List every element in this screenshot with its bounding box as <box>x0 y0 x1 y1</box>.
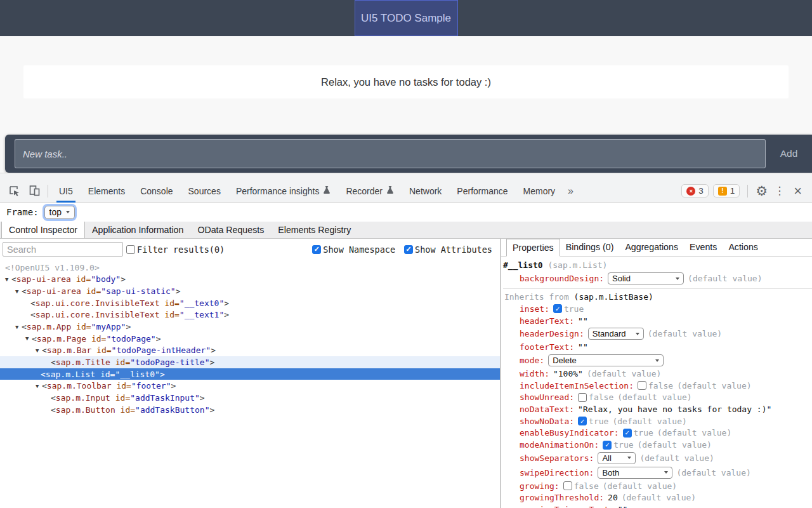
expand-arrow-icon[interactable]: ▼ <box>5 276 11 283</box>
properties-tab-properties[interactable]: Properties <box>506 239 560 257</box>
tag-close: > <box>160 370 165 379</box>
property-row-footerText: footerText:"" <box>503 341 812 353</box>
app-title-highlight: UI5 TODO Sample <box>355 0 458 36</box>
tag-name: sap-ui-area <box>27 286 81 296</box>
property-checkbox-showUnread[interactable] <box>578 393 587 402</box>
property-checkbox-enableBusyIndicator[interactable]: ✓ <box>623 429 632 438</box>
tree-node-footer[interactable]: ▼<sap.m.Toolbar id="footer"> <box>0 380 500 392</box>
warning-badge[interactable]: ! 1 <box>713 184 740 197</box>
property-name: showNoData: <box>520 417 574 426</box>
tree-node-addTaskInput[interactable]: <sap.m.Input id="addTaskInput"> <box>0 392 500 404</box>
property-select-swipeDirection[interactable]: Both <box>598 467 672 479</box>
tag-space <box>110 358 115 367</box>
tree-node-todoPage-intHeader[interactable]: ▼<sap.m.Bar id="todoPage-intHeader"> <box>0 344 500 356</box>
property-select-mode[interactable]: Delete <box>548 354 664 366</box>
search-input[interactable] <box>3 242 123 257</box>
devtools-tab-elements[interactable]: Elements <box>81 180 133 203</box>
tree-node-body[interactable]: ▼<sap-ui-area id="body"> <box>0 274 500 286</box>
property-value: 20 <box>608 493 618 502</box>
property-name: backgroundDesign: <box>520 274 604 283</box>
no-data-text: Relax, you have no tasks for today :) <box>321 76 491 88</box>
inspector-subtabs: Control InspectorApplication Information… <box>0 222 812 239</box>
tree-node-sap-ui-static[interactable]: ▼<sap-ui-area id="sap-ui-static"> <box>0 285 500 297</box>
devtools-tab-label: Elements <box>88 180 125 202</box>
property-select-value: All <box>602 453 611 463</box>
property-row-width: width:"100%"(default value) <box>503 368 812 380</box>
devtools-tab-memory[interactable]: Memory <box>516 180 563 203</box>
expand-arrow-icon[interactable]: ▼ <box>15 288 22 295</box>
expand-arrow-icon[interactable]: ▼ <box>36 347 42 354</box>
default-value-note: (default value) <box>603 481 677 491</box>
expand-arrow-icon[interactable]: ▼ <box>15 324 22 330</box>
default-value-note: (default value) <box>638 440 712 450</box>
properties-tab-events[interactable]: Events <box>684 239 723 256</box>
tree-node-__text1[interactable]: <sap.ui.core.InvisibleText id="__text1"> <box>0 309 500 321</box>
tag-open: < <box>42 381 47 391</box>
tag-close: > <box>209 358 214 367</box>
devtools-tab-ui5[interactable]: UI5 <box>51 180 81 203</box>
new-task-input[interactable] <box>15 139 766 168</box>
devtools-tab-console[interactable]: Console <box>133 180 180 203</box>
expand-arrow-icon[interactable]: ▼ <box>36 383 42 389</box>
frame-select-dropdown[interactable]: top <box>44 206 75 219</box>
property-checkbox-showNoData[interactable]: ✓ <box>578 417 587 425</box>
filter-results-checkbox[interactable] <box>126 245 135 254</box>
inherits-from-header: Inherits from (sap.m.ListBase) <box>503 291 812 303</box>
tree-node-__list0[interactable]: <sap.m.List id="__list0"> <box>0 368 500 380</box>
kebab-menu-icon[interactable]: ⋮ <box>772 184 787 197</box>
settings-gear-icon[interactable]: ⚙ <box>756 184 768 197</box>
property-select-headerDesign[interactable]: Standard <box>588 328 644 340</box>
error-badge[interactable]: × 3 <box>681 184 709 197</box>
tag-space <box>95 370 100 379</box>
property-checkbox-inset[interactable]: ✓ <box>553 304 562 313</box>
properties-tab-bindings-0-[interactable]: Bindings (0) <box>560 239 620 256</box>
tree-version-comment: <!OpenUI5 v1.109.0> <box>0 262 500 274</box>
property-select-showSeparators[interactable]: All <box>598 452 636 464</box>
attr-name: id= <box>164 310 179 319</box>
attr-name: id= <box>116 381 131 391</box>
devtools-tab-performance[interactable]: Performance <box>449 180 515 203</box>
device-toolbar-icon[interactable] <box>24 182 44 201</box>
show-attributes-checkbox[interactable]: ✓ <box>404 245 413 254</box>
more-tabs-chevron[interactable]: » <box>563 185 579 197</box>
property-bool-value: false <box>574 481 599 491</box>
subtab-application-information[interactable]: Application Information <box>85 222 190 238</box>
expand-arrow-icon[interactable]: ▼ <box>25 335 32 342</box>
tree-node-todoPage[interactable]: ▼<sap.m.Page id="todoPage"> <box>0 333 500 345</box>
subtab-odata-requests[interactable]: OData Requests <box>190 222 271 238</box>
devtools-tab-network[interactable]: Network <box>402 180 449 203</box>
tag-open: < <box>22 286 27 296</box>
tree-node-__text0[interactable]: <sap.ui.core.InvisibleText id="__text0"> <box>0 297 500 309</box>
inspect-element-icon[interactable] <box>4 182 24 201</box>
property-checkbox-growing[interactable] <box>563 481 572 490</box>
tree-node-addTaskButton[interactable]: <sap.m.Button id="addTaskButton"> <box>0 404 500 416</box>
properties-tab-actions[interactable]: Actions <box>723 239 764 256</box>
subtab-control-inspector[interactable]: Control Inspector <box>1 222 85 238</box>
tag-close: > <box>224 298 229 308</box>
attr-name: id= <box>91 334 106 344</box>
chevron-down-icon <box>636 333 639 335</box>
tree-node-todoPage-title[interactable]: <sap.m.Title id="todoPage-title"> <box>0 356 500 368</box>
attr-name: id= <box>86 286 101 296</box>
property-name: headerText: <box>520 316 574 326</box>
selected-control-id: #__list0 <box>503 260 543 270</box>
devtools-tab-label: Console <box>140 180 173 202</box>
frame-selected-value: top <box>49 207 62 217</box>
property-select-backgroundDesign[interactable]: Solid <box>608 272 684 284</box>
show-namespace-checkbox[interactable]: ✓ <box>312 245 321 254</box>
devtools-tab-recorder[interactable]: Recorder <box>338 180 402 203</box>
property-value: "Relax, you have no tasks for today :)" <box>578 404 771 414</box>
tag-name: sap-ui-area <box>16 274 71 284</box>
properties-tab-aggregations[interactable]: Aggregations <box>619 239 684 256</box>
property-checkbox-modeAnimationOn[interactable]: ✓ <box>603 441 612 450</box>
attr-name: id= <box>96 345 111 355</box>
subtab-elements-registry[interactable]: Elements Registry <box>271 222 358 238</box>
property-checkbox-group: ✓true <box>553 304 584 314</box>
tree-node-myApp[interactable]: ▼<sap.m.App id="myApp"> <box>0 321 500 333</box>
close-devtools-icon[interactable]: × <box>791 184 804 198</box>
add-task-button[interactable]: Add <box>766 135 812 173</box>
devtools-tab-performance-insights[interactable]: Performance insights <box>228 180 339 203</box>
default-value-note: (default value) <box>617 392 691 402</box>
devtools-tab-sources[interactable]: Sources <box>181 180 228 203</box>
property-checkbox-includeItemInSelection[interactable] <box>638 381 646 390</box>
